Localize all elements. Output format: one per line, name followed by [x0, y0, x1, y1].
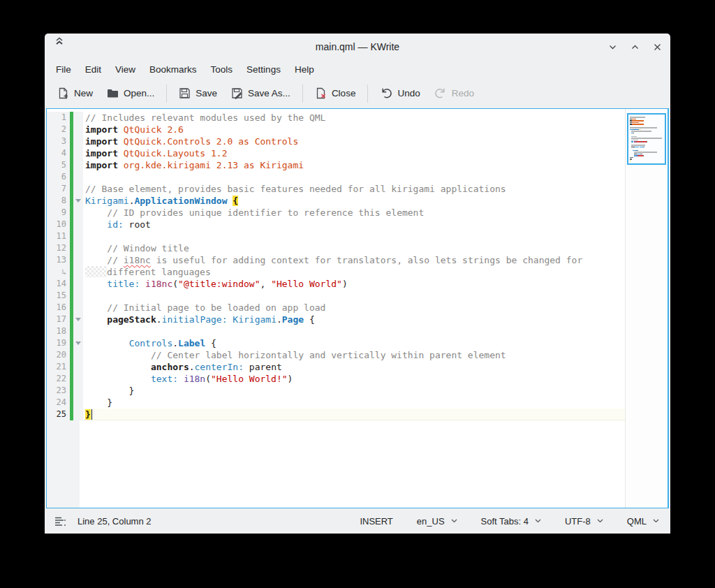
- code-text: }: [83, 397, 625, 409]
- save-as-icon: [231, 87, 243, 99]
- menu-item-file[interactable]: File: [49, 62, 78, 77]
- shade-window-icon[interactable]: [52, 34, 67, 49]
- code-fold-arrow-icon[interactable]: [73, 195, 83, 207]
- gutter-background: [47, 420, 80, 508]
- open-folder-icon: [107, 87, 119, 99]
- fold-margin: [73, 183, 83, 195]
- line-wrap-indicator: ↳: [47, 266, 70, 278]
- minimap-line: [630, 122, 663, 124]
- minimap-scrollbar[interactable]: [625, 109, 668, 508]
- code-text: pageStack.initialPage: Kirigami.Page {: [83, 314, 625, 325]
- code-line-23[interactable]: 23 }: [47, 385, 625, 397]
- code-area[interactable]: 1// Includes relevant modules used by th…: [47, 109, 625, 508]
- code-text: import QtQuick.Controls 2.0 as Controls: [83, 135, 625, 147]
- save-button[interactable]: Save: [172, 82, 224, 104]
- fold-margin: [73, 112, 83, 124]
- code-fold-arrow-icon[interactable]: [73, 314, 83, 325]
- minimap-line: [630, 119, 663, 120]
- titlebar[interactable]: main.qml — KWrite: [45, 34, 670, 60]
- statusbar-mode[interactable]: INSERT: [358, 513, 394, 529]
- toolbar-button-label: Undo: [397, 88, 420, 98]
- code-text: anchors.centerIn: parent: [83, 361, 625, 373]
- statusbar-right: INSERTen_USSoft Tabs: 4UTF-8QML: [358, 513, 661, 529]
- code-text: // i18nc is useful for adding context fo…: [83, 254, 625, 266]
- toolbar-button-label: Redo: [452, 88, 474, 98]
- code-line-14[interactable]: 14 title: i18nc("@title:window", "Hello …: [47, 278, 625, 290]
- fold-margin: [73, 147, 83, 159]
- code-line-5[interactable]: 5import org.kde.kirigami 2.13 as Kirigam…: [47, 159, 625, 171]
- code-text: // Initial page to be loaded on app load: [83, 302, 625, 314]
- code-text: import QtQuick 2.6: [83, 124, 625, 135]
- statusbar-encoding[interactable]: UTF-8: [563, 513, 605, 529]
- toolbar-button-label: Save: [196, 88, 217, 98]
- minimap-line: [630, 127, 663, 128]
- statusbar-tabs[interactable]: Soft Tabs: 4: [480, 513, 543, 529]
- menu-item-edit[interactable]: Edit: [78, 62, 108, 77]
- minimap-line: [630, 145, 663, 146]
- code-line-16[interactable]: 16 // Initial page to be loaded on app l…: [47, 302, 625, 314]
- code-line-7[interactable]: 7// Base element, provides basic feature…: [47, 183, 625, 195]
- minimap-line: [630, 131, 663, 132]
- code-text: [83, 230, 625, 242]
- code-line-13[interactable]: 13 // i18nc is useful for adding context…: [47, 254, 625, 266]
- menu-item-settings[interactable]: Settings: [239, 62, 288, 77]
- code-text: Kirigami.ApplicationWindow {: [83, 195, 625, 207]
- text-lines-icon[interactable]: [54, 516, 66, 527]
- chevron-down-icon: [451, 519, 457, 523]
- statusbar-syntax[interactable]: QML: [626, 513, 661, 529]
- menubar: FileEditViewBookmarksToolsSettingsHelp: [45, 60, 670, 78]
- menu-item-view[interactable]: View: [108, 62, 142, 77]
- code-line-12[interactable]: 12 // Window title: [47, 242, 625, 254]
- fold-margin: [73, 230, 83, 242]
- minimap-line: [630, 141, 663, 142]
- code-line-25[interactable]: 25}: [47, 409, 625, 420]
- code-text: // Base element, provides basic features…: [83, 183, 625, 195]
- minimap-line: [630, 126, 663, 127]
- code-line-10[interactable]: 10 id: root: [47, 219, 625, 230]
- code-line-3[interactable]: 3import QtQuick.Controls 2.0 as Controls: [47, 135, 625, 147]
- code-line-1[interactable]: 1// Includes relevant modules used by th…: [47, 112, 625, 124]
- line-number: 20: [47, 349, 70, 361]
- maximize-button[interactable]: [627, 39, 642, 54]
- redo-icon: [434, 87, 447, 99]
- minimap-visible-region[interactable]: [627, 113, 666, 165]
- code-text: // Includes relevant modules used by the…: [83, 112, 625, 124]
- minimap-line: [630, 154, 663, 155]
- code-line-8[interactable]: 8Kirigami.ApplicationWindow {: [47, 195, 625, 207]
- code-line-wrapped[interactable]: ↳different languages: [47, 266, 625, 278]
- code-line-22[interactable]: 22 text: i18n("Hello World!"): [47, 373, 625, 385]
- menu-item-bookmarks[interactable]: Bookmarks: [142, 62, 204, 77]
- code-line-11[interactable]: 11: [47, 230, 625, 242]
- code-line-19[interactable]: 19 Controls.Label {: [47, 337, 625, 349]
- code-line-2[interactable]: 2import QtQuick 2.6: [47, 124, 625, 135]
- minimize-button[interactable]: [605, 39, 620, 54]
- saveas-button[interactable]: Save As...: [224, 82, 297, 104]
- editor-view[interactable]: 1// Includes relevant modules used by th…: [46, 108, 669, 508]
- statusbar-encoding-label: UTF-8: [565, 516, 591, 527]
- close-button[interactable]: Close: [308, 82, 363, 104]
- code-line-17[interactable]: 17 pageStack.initialPage: Kirigami.Page …: [47, 314, 625, 325]
- toolbar-separator: [302, 84, 303, 103]
- minimap-line: [630, 161, 663, 162]
- close-button[interactable]: [649, 39, 665, 54]
- code-line-9[interactable]: 9 // ID provides unique identifier to re…: [47, 207, 625, 219]
- line-number: 18: [47, 325, 70, 337]
- new-button[interactable]: New: [50, 82, 100, 104]
- editor-empty-space[interactable]: [47, 420, 625, 508]
- code-line-18[interactable]: 18: [47, 325, 625, 337]
- line-number: 4: [47, 147, 70, 159]
- open-button[interactable]: Open...: [100, 82, 161, 104]
- code-line-4[interactable]: 4import QtQuick.Layouts 1.2: [47, 147, 625, 159]
- code-line-15[interactable]: 15: [47, 290, 625, 302]
- code-line-24[interactable]: 24 }: [47, 397, 625, 409]
- code-line-21[interactable]: 21 anchors.centerIn: parent: [47, 361, 625, 373]
- menu-item-tools[interactable]: Tools: [204, 62, 240, 77]
- code-line-6[interactable]: 6: [47, 171, 625, 183]
- undo-button[interactable]: Undo: [373, 82, 427, 104]
- window-title: main.qml — KWrite: [45, 41, 670, 52]
- statusbar-dictionary[interactable]: en_US: [415, 513, 459, 529]
- menu-item-help[interactable]: Help: [288, 62, 321, 77]
- code-fold-arrow-icon[interactable]: [73, 337, 83, 349]
- fold-margin: [73, 124, 83, 135]
- code-line-20[interactable]: 20 // Center label horizontally and vert…: [47, 349, 625, 361]
